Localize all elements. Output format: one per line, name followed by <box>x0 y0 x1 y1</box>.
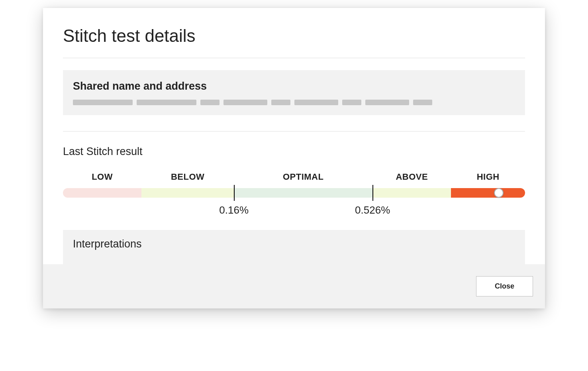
interpretations-block: Interpretations <box>63 230 525 264</box>
placeholder-bar <box>365 100 409 105</box>
result-bar-wrap: 0.16% 0.526% <box>63 188 525 208</box>
tick-label-2: 0.526% <box>355 204 390 216</box>
placeholder-bar <box>294 100 338 105</box>
bar-segment-optimal <box>234 188 372 198</box>
placeholder-bar <box>413 100 432 105</box>
shared-title: Shared name and address <box>73 80 515 92</box>
dialog-body: Stitch test details Shared name and addr… <box>43 8 545 264</box>
tick-mark <box>234 185 235 201</box>
bar-segment-low <box>63 188 141 198</box>
band-label-optimal: OPTIMAL <box>234 172 372 182</box>
bar-segment-below <box>141 188 234 198</box>
divider <box>63 58 525 58</box>
divider <box>63 131 525 132</box>
result-bar <box>63 188 525 198</box>
tick-label-1: 0.16% <box>219 204 249 216</box>
placeholder-bar <box>271 100 290 105</box>
stitch-test-dialog: Stitch test details Shared name and addr… <box>43 8 545 308</box>
result-marker[interactable] <box>494 188 504 198</box>
band-label-above: ABOVE <box>372 172 451 182</box>
result-section: Last Stitch result LOW BELOW OPTIMAL ABO… <box>63 145 525 208</box>
placeholder-bar <box>137 100 196 105</box>
band-label-low: LOW <box>63 172 141 182</box>
close-button[interactable]: Close <box>476 276 533 296</box>
band-label-high: HIGH <box>451 172 525 182</box>
shared-placeholder-row <box>73 100 515 105</box>
placeholder-bar <box>342 100 361 105</box>
bar-segment-above <box>372 188 451 198</box>
shared-block: Shared name and address <box>63 70 525 115</box>
tick-mark <box>372 185 373 201</box>
dialog-footer: Close <box>43 264 545 308</box>
placeholder-bar <box>73 100 133 105</box>
interpretations-title: Interpretations <box>73 238 515 250</box>
result-title: Last Stitch result <box>63 145 525 158</box>
placeholder-bar <box>200 100 220 105</box>
bar-segment-high <box>451 188 525 198</box>
placeholder-bar <box>223 100 267 105</box>
dialog-title: Stitch test details <box>63 26 525 46</box>
band-label-below: BELOW <box>141 172 234 182</box>
band-labels-row: LOW BELOW OPTIMAL ABOVE HIGH <box>63 172 525 182</box>
